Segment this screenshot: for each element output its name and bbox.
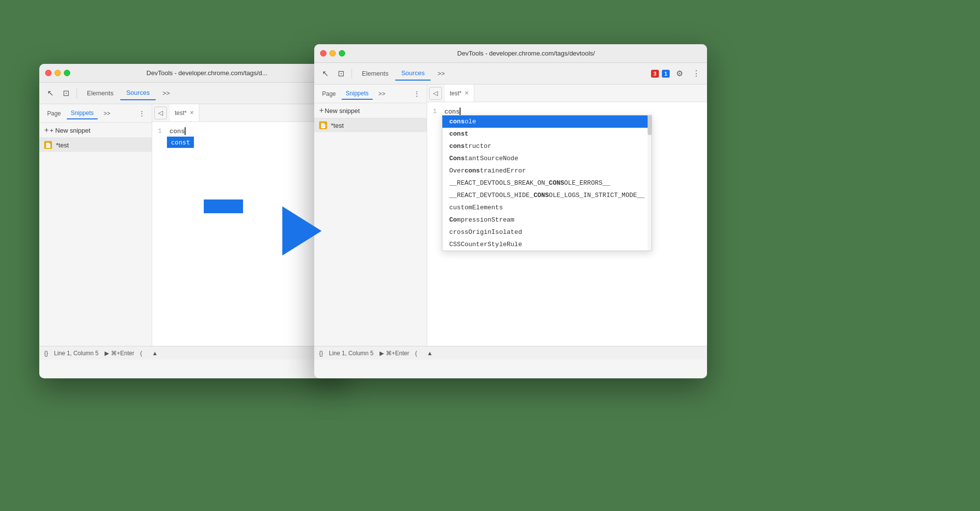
sidebar-back: Page Snippets >> ⋮ + + New snippet 📄 *te…: [39, 104, 152, 346]
maximize-button-back[interactable]: [64, 70, 70, 76]
autocomplete-item-constantsourcenode[interactable]: ConstantSourceNode: [442, 152, 652, 165]
tab-elements-back[interactable]: Elements: [81, 86, 119, 100]
gear-icon-front[interactable]: ⚙: [673, 67, 686, 81]
back-btn-front[interactable]: ◁: [429, 87, 442, 100]
close-tab-back[interactable]: ✕: [190, 110, 194, 116]
autocomplete-item-csscounterstylerule[interactable]: CSSCounterStyleRule: [442, 238, 652, 251]
match-bold-console: cons: [449, 118, 464, 125]
sidebar-tab-snippets-front[interactable]: Snippets: [342, 88, 373, 100]
sidebar-options-front[interactable]: ⋮: [411, 88, 423, 100]
run-button-back[interactable]: ▶ ⌘+Enter: [105, 350, 135, 357]
message-count-front: 1: [662, 70, 670, 78]
autocomplete-dropdown[interactable]: console const constructor ConstantSource…: [442, 115, 652, 251]
autocomplete-item-overconstrainederror[interactable]: OverconstrainedError: [442, 165, 652, 177]
run-icon-front: ▶: [380, 350, 384, 357]
format-label-back: {}: [44, 350, 48, 357]
run-button-front[interactable]: ▶ ⌘+Enter: [380, 350, 409, 357]
message-badge-container-front[interactable]: 1: [662, 70, 670, 78]
cursor-caret-back: [185, 127, 186, 135]
status-bar-front: {} Line 1, Column 5 ▶ ⌘+Enter ( ▲: [314, 346, 707, 360]
new-snippet-back[interactable]: + + New snippet: [39, 123, 152, 138]
minimize-button-front[interactable]: [329, 50, 336, 57]
autocomplete-item-compressionstream[interactable]: CompressionStream: [442, 214, 652, 226]
arrow-container: [282, 206, 322, 256]
match-rest-rcl: OLE_LOGS_IN_STRICT_MODE__: [549, 192, 645, 199]
devtools-window-front: DevTools - developer.chrome.com/tags/dev…: [314, 44, 707, 378]
main-tabs-back: Elements Sources >>: [81, 86, 176, 100]
sidebar-tab-page-back[interactable]: Page: [43, 108, 65, 119]
react-log-prefix: __REACT_DEVTOOLS_HIDE_: [449, 192, 534, 199]
refresh-icon-back[interactable]: ⊡: [59, 86, 73, 100]
arrow-shape: [282, 206, 322, 256]
panel-area-front: Page Snippets >> ⋮ + New snippet 📄 *test…: [314, 85, 707, 346]
sidebar-tab-more-back[interactable]: >>: [100, 108, 114, 119]
match-bold-oce: cons: [464, 167, 480, 174]
new-snippet-front[interactable]: + New snippet: [314, 103, 427, 118]
more-icon-front[interactable]: ⋮: [689, 67, 703, 81]
snippet-icon-back: 📄: [44, 141, 52, 149]
plus-icon-back: +: [44, 126, 49, 135]
autocomplete-item-console[interactable]: console: [442, 115, 652, 128]
screenshot-icon-back[interactable]: ▲: [148, 346, 162, 360]
error-badge-container-front[interactable]: 3: [651, 70, 659, 78]
autocomplete-scrollbar[interactable]: [648, 115, 652, 251]
position-front: Line 1, Column 5: [329, 350, 374, 357]
sidebar-tab-snippets-back[interactable]: Snippets: [67, 108, 98, 119]
editor-tab-label-front: test*: [450, 90, 462, 97]
position-label-back: Line 1, Column 5: [54, 350, 99, 357]
position-label-front: Line 1, Column 5: [329, 350, 374, 357]
customelements-label: customElements: [449, 204, 503, 211]
code-text-front: cons: [444, 108, 460, 115]
window-title-back: DevTools - developer.chrome.com/tags/d..…: [76, 69, 338, 77]
line-number-back: 1: [158, 128, 162, 135]
minimize-button-back[interactable]: [54, 70, 61, 76]
snippet-item-test-back[interactable]: 📄 *test: [39, 138, 152, 152]
cursor-icon-front[interactable]: ↖: [318, 67, 332, 81]
match-bold-csn: Cons: [449, 155, 464, 162]
snippet-name-front: *test: [331, 122, 344, 129]
autocomplete-item-const[interactable]: const: [442, 128, 652, 140]
back-btn-back[interactable]: ◁: [154, 107, 167, 119]
autocomplete-const-back[interactable]: const: [167, 137, 194, 148]
csscounterstylerule-label: CSSCounterStyleRule: [449, 241, 522, 248]
code-text-back: cons: [169, 128, 185, 135]
format-icon-back[interactable]: {}: [44, 350, 48, 357]
const-label-back: const: [171, 139, 190, 146]
tab-more-front[interactable]: >>: [432, 67, 451, 80]
snippet-name-back: *test: [56, 142, 69, 149]
refresh-icon-front[interactable]: ⊡: [334, 67, 348, 81]
match-rest-constructor: tructor: [464, 142, 491, 150]
close-button-back[interactable]: [45, 70, 52, 76]
editor-tab-test-back[interactable]: test* ✕: [170, 104, 199, 121]
match-rest-oce: trainedError: [480, 167, 526, 174]
code-area-front[interactable]: 1 cons console const constructor: [427, 102, 707, 346]
match-bold-const: const: [449, 130, 468, 138]
autocomplete-item-constructor[interactable]: constructor: [442, 140, 652, 152]
tab-elements-front[interactable]: Elements: [356, 67, 394, 80]
arrow-body: [204, 199, 243, 213]
snippet-item-test-front[interactable]: 📄 *test: [314, 118, 427, 132]
close-tab-front[interactable]: ✕: [464, 90, 469, 96]
autocomplete-item-react-console-errors[interactable]: __REACT_DEVTOOLS_BREAK_ON_CONSOLE_ERRORS…: [442, 177, 652, 189]
cursor-icon-back[interactable]: ↖: [43, 86, 57, 100]
close-button-front[interactable]: [320, 50, 327, 57]
match-bold-co: Co: [449, 216, 457, 224]
title-bar-back: DevTools - developer.chrome.com/tags/d..…: [39, 64, 344, 83]
run-shortcut-back: ⌘+Enter: [111, 350, 135, 357]
match-rest-csn: tantSourceNode: [464, 155, 518, 162]
sidebar-tab-page-front[interactable]: Page: [318, 88, 340, 99]
tab-sources-front[interactable]: Sources: [395, 66, 431, 81]
screenshot-icon-front[interactable]: ▲: [423, 346, 436, 360]
autocomplete-item-customelements[interactable]: customElements: [442, 201, 652, 214]
editor-tab-test-front[interactable]: test* ✕: [445, 85, 474, 102]
sidebar-tab-more-front[interactable]: >>: [375, 88, 389, 99]
sidebar-options-back[interactable]: ⋮: [136, 108, 148, 119]
autocomplete-item-react-console-logs[interactable]: __REACT_DEVTOOLS_HIDE_CONSOLE_LOGS_IN_ST…: [442, 189, 652, 201]
autocomplete-item-crossoriginisolated[interactable]: crossOriginIsolated: [442, 226, 652, 238]
maximize-button-front[interactable]: [339, 50, 345, 57]
tab-more-back[interactable]: >>: [157, 86, 176, 100]
format-icon-front[interactable]: {}: [319, 350, 323, 357]
title-bar-front: DevTools - developer.chrome.com/tags/dev…: [314, 44, 707, 63]
crossoriginisolated-label: crossOriginIsolated: [449, 228, 522, 236]
tab-sources-back[interactable]: Sources: [120, 86, 156, 100]
